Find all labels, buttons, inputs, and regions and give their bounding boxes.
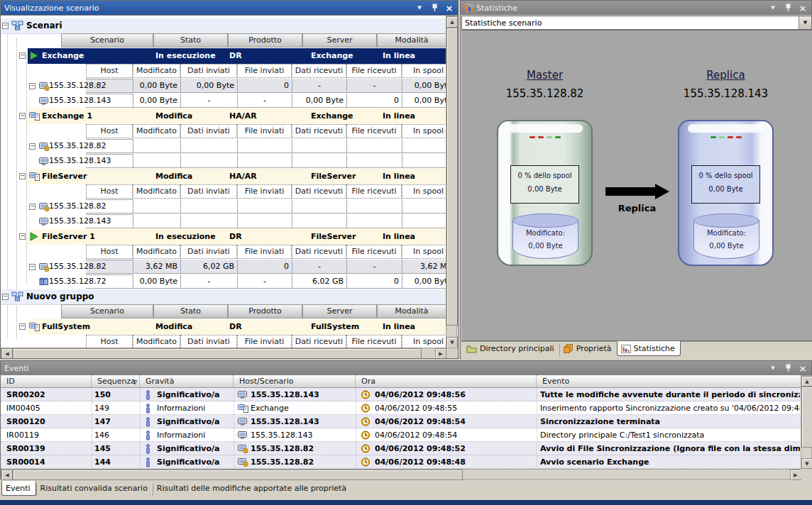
host-column-header[interactable]: File ricevuti bbox=[346, 245, 402, 259]
host-column-header[interactable]: File ricevuti bbox=[346, 335, 402, 348]
collapse-icon[interactable]: − bbox=[19, 113, 26, 119]
pin-icon[interactable] bbox=[783, 363, 793, 373]
scroll-down-icon[interactable]: ▼ bbox=[801, 458, 812, 469]
host-column-header[interactable]: In spool bbox=[402, 335, 446, 348]
host-column-header[interactable]: Host bbox=[86, 335, 133, 348]
host-row[interactable]: 155.35.128.1430,00 Byte--0,00 Byte00,00 … bbox=[1, 94, 446, 109]
scenario-column-header[interactable]: Modalità bbox=[377, 33, 446, 48]
tab-risultati-delle-modifiche-apportate-alle-propriet-[interactable]: Risultati delle modifiche apportate alle… bbox=[153, 482, 351, 495]
host-row[interactable]: 155.35.128.720,00 Byte--6,02 GB00,00 Byt… bbox=[1, 274, 446, 289]
scroll-left-icon[interactable]: ◀ bbox=[1, 348, 13, 358]
scenario-row[interactable]: −FileServerModificaHA/ARFileServerIn lin… bbox=[1, 169, 446, 184]
host-column-header[interactable]: Host bbox=[86, 64, 133, 78]
host-column-header[interactable]: File inviati bbox=[237, 184, 292, 199]
event-row[interactable]: IM00405149InformazioniExchange04/06/2012… bbox=[1, 401, 801, 415]
host-column-header[interactable]: Modificato bbox=[133, 335, 180, 348]
collapse-icon[interactable]: − bbox=[19, 173, 26, 179]
window-position-icon[interactable]: ▼ bbox=[415, 3, 424, 13]
host-column-header[interactable]: File inviati bbox=[237, 64, 292, 78]
event-row[interactable]: SR00014144Significativo/a155.35.128.8204… bbox=[1, 455, 801, 469]
pin-icon[interactable] bbox=[429, 3, 439, 13]
collapse-icon[interactable]: − bbox=[2, 294, 9, 300]
scenario-row[interactable]: −FileServer 1In esecuzioneDRFileServerIn… bbox=[1, 229, 446, 245]
window-position-icon[interactable]: ▼ bbox=[768, 363, 778, 373]
scenario-column-header[interactable]: Server bbox=[302, 304, 377, 318]
collapse-icon[interactable]: − bbox=[29, 264, 35, 270]
chevron-down-icon[interactable]: ▼ bbox=[799, 16, 811, 29]
scenario-group-row[interactable]: −Nuovo gruppo bbox=[1, 289, 446, 305]
collapse-icon[interactable]: − bbox=[19, 233, 26, 240]
events-hscrollbar[interactable]: ◀ ▶ bbox=[1, 469, 801, 479]
events-column-header[interactable]: ID bbox=[1, 375, 92, 388]
host-row[interactable]: −155.35.128.82 bbox=[1, 139, 446, 154]
close-icon[interactable]: × bbox=[798, 363, 808, 373]
event-row[interactable]: IR00119146Informazioni155.35.128.14304/0… bbox=[1, 428, 801, 442]
host-column-header[interactable]: File ricevuti bbox=[346, 184, 402, 199]
host-column-header[interactable]: Dati inviati bbox=[180, 245, 237, 259]
host-column-header[interactable]: In spool bbox=[402, 184, 446, 199]
events-column-header[interactable]: Host/Scenario bbox=[234, 375, 356, 388]
host-column-header[interactable]: Modificato bbox=[133, 64, 180, 78]
host-row[interactable]: −155.35.128.823,62 MB6,02 GB0--3,62 MB bbox=[1, 260, 446, 274]
hscroll-thumb[interactable] bbox=[13, 470, 463, 480]
scenario-column-header[interactable]: Scenario bbox=[61, 33, 153, 48]
scenario-row[interactable]: −Exchange 1ModificaHA/ARExchangeIn linea bbox=[1, 109, 446, 124]
scenario-row[interactable]: −FullSystemModificaDRFullSystemIn linea bbox=[1, 319, 446, 335]
host-row[interactable]: −155.35.128.82 bbox=[1, 199, 446, 214]
host-column-header[interactable]: Dati inviati bbox=[180, 335, 237, 348]
events-vscrollbar[interactable]: ▲ ▼ bbox=[801, 375, 812, 469]
collapse-icon[interactable]: − bbox=[29, 83, 35, 89]
scroll-down-icon[interactable]: ▼ bbox=[446, 337, 458, 348]
scenario-vscrollbar[interactable]: ▲ ▼ bbox=[446, 16, 457, 348]
host-column-header[interactable]: Dati inviati bbox=[180, 184, 237, 199]
host-column-header[interactable]: In spool bbox=[402, 245, 446, 259]
host-column-header[interactable]: In spool bbox=[402, 124, 446, 138]
tab-directory-principali[interactable]: Directory principali bbox=[463, 342, 559, 355]
scroll-left-icon[interactable]: ◀ bbox=[1, 470, 13, 480]
pin-icon[interactable] bbox=[783, 3, 793, 13]
tab-risultati-convalida-scenario[interactable]: Risultati convalida scenario bbox=[37, 482, 153, 495]
host-column-header[interactable]: Modificato bbox=[133, 124, 180, 138]
close-icon[interactable]: × bbox=[444, 3, 454, 13]
scenario-column-header[interactable]: Stato bbox=[153, 33, 228, 48]
tab-proprietà[interactable]: Proprietà bbox=[560, 342, 617, 355]
host-row[interactable]: −155.35.128.820,00 Byte0,00 Byte0--0,00 … bbox=[1, 79, 446, 94]
host-column-header[interactable]: Dati ricevuti bbox=[292, 124, 346, 138]
host-row[interactable]: 155.35.128.143 bbox=[1, 214, 446, 229]
host-column-header[interactable]: File inviati bbox=[237, 335, 292, 348]
vscroll-thumb[interactable] bbox=[801, 387, 812, 448]
event-row[interactable]: SR00139145Significativo/a155.35.128.8204… bbox=[1, 442, 801, 455]
collapse-icon[interactable]: − bbox=[19, 52, 26, 59]
events-column-header[interactable]: Ora bbox=[356, 375, 537, 388]
host-column-header[interactable]: File ricevuti bbox=[346, 64, 402, 78]
scroll-right-icon[interactable]: ▶ bbox=[790, 470, 801, 480]
scenario-hscrollbar[interactable]: ◀ ▶ bbox=[1, 348, 458, 358]
host-column-header[interactable]: Host bbox=[86, 184, 133, 199]
events-column-header[interactable]: Gravità bbox=[140, 375, 234, 388]
host-column-header[interactable]: Dati inviati bbox=[180, 64, 237, 78]
host-column-header[interactable]: Modificato bbox=[133, 184, 180, 199]
events-column-header[interactable]: Sequenza∇ bbox=[92, 375, 140, 388]
host-column-header[interactable]: Modificato bbox=[133, 245, 180, 259]
scenario-group-row[interactable]: −Scenari bbox=[1, 18, 446, 34]
scenario-column-header[interactable]: Server bbox=[302, 33, 377, 48]
scenario-column-header[interactable]: Prodotto bbox=[228, 304, 302, 318]
host-column-header[interactable]: In spool bbox=[402, 64, 446, 78]
host-column-header[interactable]: Host bbox=[86, 124, 133, 138]
host-column-header[interactable]: Dati ricevuti bbox=[292, 245, 346, 259]
collapse-icon[interactable]: − bbox=[19, 323, 26, 330]
collapse-icon[interactable]: − bbox=[2, 23, 9, 29]
collapse-icon[interactable]: − bbox=[29, 204, 35, 210]
scroll-right-icon[interactable]: ▶ bbox=[435, 348, 446, 358]
event-row[interactable]: SR00202150Significativo/a155.35.128.1430… bbox=[1, 388, 801, 401]
close-icon[interactable]: × bbox=[798, 3, 808, 13]
host-column-header[interactable]: File inviati bbox=[237, 124, 292, 138]
host-column-header[interactable]: File inviati bbox=[237, 245, 292, 259]
scenario-row[interactable]: −ExchangeIn esecuzioneDRExchangeIn linea bbox=[1, 48, 446, 64]
event-row[interactable]: SR00120147Significativo/a155.35.128.1430… bbox=[1, 415, 801, 428]
events-column-header[interactable]: Evento bbox=[537, 375, 801, 388]
vscroll-thumb[interactable] bbox=[446, 28, 458, 326]
tab-eventi[interactable]: Eventi bbox=[1, 481, 36, 496]
statistics-type-select[interactable]: Statistiche scenario ▼ bbox=[461, 16, 812, 30]
tab-statistiche[interactable]: Statistiche bbox=[617, 341, 681, 356]
